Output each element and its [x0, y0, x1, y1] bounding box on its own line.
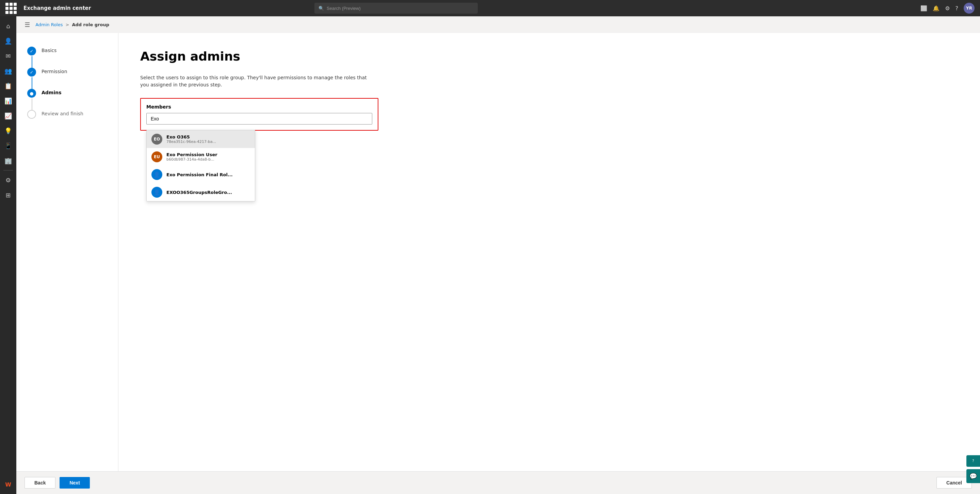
search-icon: 🔍 [318, 6, 324, 11]
dropdown-avatar-exo-final: 👤 [151, 169, 162, 180]
step-connector-3 [32, 98, 32, 111]
sidebar-item-table[interactable]: ⊞ [2, 188, 15, 202]
email-icon[interactable]: ⬜ [920, 5, 927, 11]
members-input[interactable] [146, 113, 372, 124]
sidebar-item-settings[interactable]: ⚙ [2, 173, 15, 187]
step-basics-circle: ✓ [27, 47, 36, 56]
sidebar-item-home[interactable]: ⌂ [2, 19, 15, 33]
step-permission-circle: ✓ [27, 68, 36, 76]
sidebar-item-contacts[interactable]: 👥 [2, 64, 15, 78]
next-button[interactable]: Next [60, 477, 89, 489]
step-review-label: Review and finish [41, 110, 83, 116]
dropdown-avatar-exoo365: 👤 [151, 187, 162, 198]
dropdown-item-exo-o365[interactable]: EO Exo O365 78ea351c-96ea-4217-ba... [147, 130, 255, 148]
bottom-bar: Back Next Cancel [16, 471, 980, 494]
step-basics-label: Basics [41, 47, 56, 53]
support-button[interactable]: ? [966, 455, 980, 467]
step-review-circle [27, 110, 36, 119]
sidebar-item-trends[interactable]: 📈 [2, 109, 15, 122]
breadcrumb-current: Add role group [72, 22, 109, 27]
step-connector-2 [32, 77, 32, 89]
support-chat-button[interactable]: 💬 [966, 469, 980, 483]
sidebar-item-user[interactable]: 👤 [2, 34, 15, 48]
stepper-panel: ✓ Basics ✓ Permission ● [16, 33, 118, 471]
main-layout: ⌂ 👤 ✉ 👥 📋 📊 📈 💡 📱 🏢 ⚙ ⊞ W ☰ Admin Roles … [0, 16, 980, 494]
dropdown-name-exo-o365: Exo O365 [166, 134, 216, 140]
breadcrumb-parent[interactable]: Admin Roles [35, 22, 63, 27]
sidebar-item-alerts[interactable]: 💡 [2, 124, 15, 137]
content-area: ☰ Admin Roles > Add role group ✓ Basics [16, 16, 980, 494]
dropdown-name-exoo365-groups: EXOO365GroupsRoleGro... [166, 190, 232, 195]
dropdown-info-exo-permission-user: Exo Permission User b60db987-314a-4da8-b… [166, 152, 218, 162]
step-review: Review and finish [27, 110, 107, 119]
dropdown-avatar-eu: EU [151, 151, 162, 162]
step-review-item: Review and finish [27, 110, 107, 119]
sidebar-item-devices[interactable]: 📱 [2, 139, 15, 152]
breadcrumb-separator: > [66, 22, 69, 27]
step-permission-label: Permission [41, 68, 67, 74]
settings-icon[interactable]: ⚙ [945, 5, 950, 11]
page-title: Assign admins [140, 49, 958, 63]
page-description: Select the users to assign to this role … [140, 74, 372, 89]
avatar[interactable]: YR [964, 3, 975, 14]
panel-layout: ✓ Basics ✓ Permission ● [16, 33, 980, 471]
dropdown-info-exo-o365: Exo O365 78ea351c-96ea-4217-ba... [166, 134, 216, 144]
dropdown-info-exo-final-rol: Exo Permission Final Rol... [166, 172, 233, 177]
step-admins-item: ● Admins [27, 89, 107, 98]
breadcrumb: ☰ Admin Roles > Add role group [16, 16, 980, 33]
sidebar-item-reports[interactable]: 📋 [2, 79, 15, 92]
sidebar-item-mail[interactable]: ✉ [2, 49, 15, 63]
dropdown-avatar-eo: EO [151, 134, 162, 145]
step-connector-1 [32, 56, 32, 68]
sidebar-divider [3, 170, 13, 170]
sidebar-toggle-icon[interactable]: ☰ [24, 21, 30, 28]
dropdown-item-exo-final-rol[interactable]: 👤 Exo Permission Final Rol... [147, 166, 255, 183]
sidebar-item-analytics[interactable]: 📊 [2, 94, 15, 108]
back-button[interactable]: Back [24, 477, 56, 489]
dropdown-name-exo-permission-user: Exo Permission User [166, 152, 218, 157]
dropdown-item-exo-permission-user[interactable]: EU Exo Permission User b60db987-314a-4da… [147, 148, 255, 166]
help-icon[interactable]: ? [955, 5, 958, 11]
dropdown-item-exoo365-groups[interactable]: 👤 EXOO365GroupsRoleGro... [147, 183, 255, 201]
step-permission-item: ✓ Permission [27, 68, 107, 76]
members-label: Members [146, 104, 372, 110]
grid-menu-icon[interactable] [5, 3, 17, 14]
step-admins: ● Admins [27, 89, 107, 110]
step-admins-label: Admins [41, 89, 62, 95]
members-dropdown: EO Exo O365 78ea351c-96ea-4217-ba... EU … [146, 130, 255, 202]
dropdown-id-exo-permission-user: b60db987-314a-4da8-b... [166, 157, 218, 162]
search-input[interactable] [327, 6, 474, 11]
step-basics-item: ✓ Basics [27, 47, 107, 56]
step-basics: ✓ Basics [27, 47, 107, 68]
right-panel: Assign admins Select the users to assign… [118, 33, 980, 471]
step-permission: ✓ Permission [27, 68, 107, 89]
sidebar-item-org[interactable]: 🏢 [2, 154, 15, 167]
members-box: Members EO Exo O365 78ea351c-96ea-4217-b… [140, 98, 379, 131]
dropdown-name-exo-final-rol: Exo Permission Final Rol... [166, 172, 233, 177]
top-navigation: Exchange admin center 🔍 ⬜ 🔔 ⚙ ? YR [0, 0, 980, 16]
step-admins-circle: ● [27, 89, 36, 98]
dropdown-info-exoo365-groups: EXOO365GroupsRoleGro... [166, 190, 232, 195]
search-bar[interactable]: 🔍 [314, 3, 478, 14]
dropdown-id-exo-o365: 78ea351c-96ea-4217-ba... [166, 140, 216, 144]
nav-icons: ⬜ 🔔 ⚙ ? YR [920, 3, 975, 14]
sidebar-item-office[interactable]: W [2, 478, 15, 491]
app-title: Exchange admin center [24, 5, 91, 11]
sidebar: ⌂ 👤 ✉ 👥 📋 📊 📈 💡 📱 🏢 ⚙ ⊞ W [0, 16, 16, 494]
notification-icon[interactable]: 🔔 [933, 5, 940, 11]
